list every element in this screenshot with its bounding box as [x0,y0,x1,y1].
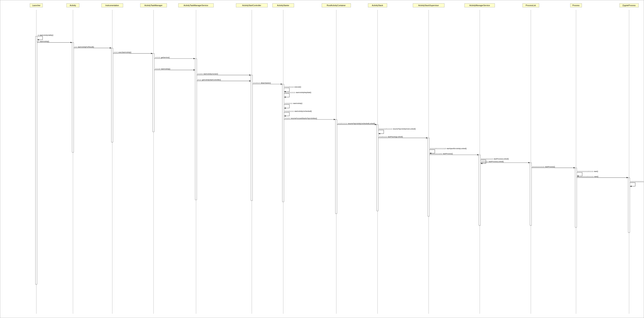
activation-process [575,168,577,228]
lifeline-box-process: Process [570,3,582,7]
lifeline-box-zygoteprocess: ZygoteProcess [620,3,639,7]
activation-activity [72,42,74,152]
lifeline-box-activity: Activity [66,3,79,7]
msg-label-15: 1.1.1.1.1.2.1.1.1.1: resumeTopActivityIn… [379,128,416,130]
msg-label-4: 1.1.1.1.1: getService() [154,57,170,58]
msg-label-11: 1.1.1.1.1.1: startActivity() [284,102,302,104]
msg-label-23: 1.1.1.1.1.1.1.1.2.1.1.1.1: start() [576,176,598,177]
activation-activitytaskmanager [152,53,154,132]
msg-label-22: 1.1.1.1.1.1.1.1.2.1.1.1: start() [577,171,598,172]
msg-label-2: 1.1.1: startActivityForResult() [73,46,94,48]
msg-label-13: 1.1.1.2.1: resumeFocusedStacksTopActivit… [284,117,317,119]
activation-activitymanagerservice [479,155,480,226]
activation-activitystacksupervisor [428,138,430,216]
activation-activitystack [376,125,378,211]
msg-label-16: 1.1.1.2.1.1.1: startPausingLocked() [378,136,403,138]
activation-processlist [530,163,532,226]
lifeline-box-processlist: ProcessList [522,3,539,7]
msg-label-1: 1.1: startActivity() [36,40,49,42]
lifeline-box-activitystartcontroller: ActivityStartController [236,3,268,7]
lifeline-box-instrumentation: Instrumentation [102,3,123,7]
activation-instrumentation [111,48,113,142]
arrows-svg [0,0,644,318]
msg-label-18: 1.1.1.1.1.1.1.1.2.1: startProcess() [429,153,453,155]
lifeline-box-activitystacksupervisor: ActivityStackSupervisor [413,3,444,7]
activation-activitystartcontroller [251,75,252,201]
lifeline-line-zygoteprocess [629,10,629,314]
msg-label-24: 1.1.1.1.1.1.1.1.1.1.1.1: startViaZygote(… [630,181,644,182]
msg-label-7: 1.2.1.1: getActivityStartController() [196,79,221,81]
msg-label-9: 1.1.1.2.1.1.1: execute() [284,86,301,88]
activation-rootactivitycontainer [335,119,337,214]
msg-label-17: 1.1.1.1.2.1.1.1.1.1.1.2: startSpecificAc… [430,148,466,149]
lifeline-box-activitystarter: ActivityStarter [272,3,294,7]
msg-label-19: 1.1.1.1.1.1.1.1.1: startProcessLocked() [481,158,509,160]
lifeline-box-rootactivitycontainer: RootActivityContainer [322,3,351,7]
lifeline-box-activitystack: ActivityStack [368,3,387,7]
activation-zygoteprocess [628,178,630,233]
lifeline-box-launcher: Launcher [30,3,43,7]
activation-activitystarter [282,84,284,202]
lifeline-line-processlist [531,10,531,314]
msg-label-6: 1.1.1.2.1: startActivityAsUser() [196,73,218,75]
msg-label-20: 1.1.1.1.2.1: startProcessLocked() [480,161,504,162]
msg-label-0: 1: startActivitySafely() [38,34,53,36]
activation-activitytaskmanagerservice [195,58,197,200]
msg-label-3: 1.1.1.1: execStartActivity() [112,51,131,53]
msg-label-12: 1.1.1.2.1.1.1: startActivityUnchecked() [284,110,312,112]
msg-label-8: 1.1.1.2.1.1: obtainStarter() [252,82,271,84]
msg-label-5: 1.1.1.1.2: startActivity() [154,68,170,70]
activation-launcher [35,36,37,285]
msg-label-21: 1.1.1.1.1.1.1.1.1.1: startProcess() [531,166,555,168]
msg-label-10: 1.1.1.2.1.1.1.1: startActivityMayWait() [284,92,311,93]
diagram-container: LauncherActivityInstrumentationActivityT… [0,0,644,318]
lifeline-box-activitytaskmanagerservice: ActivityTaskManagerService [178,3,214,7]
lifeline-box-activitytaskmanager: ActivityTaskManager [140,3,167,7]
msg-label-14: 1.1.1.2.1.1.1.1: resumeTopActivityUnchec… [336,123,375,124]
lifeline-box-activitymanagerservice: ActivityManagerService [464,3,495,7]
